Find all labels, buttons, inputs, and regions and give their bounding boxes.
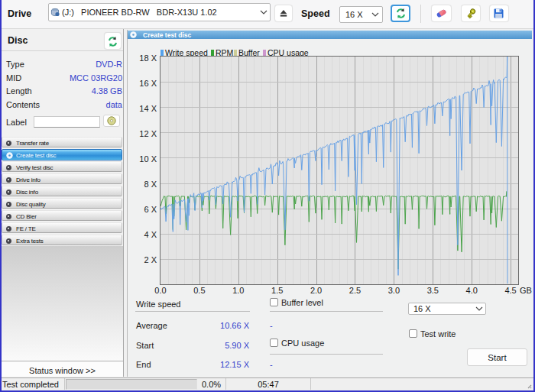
svg-text:2.0: 2.0 (310, 286, 322, 295)
svg-text:4.0: 4.0 (466, 286, 478, 295)
svg-text:1.0: 1.0 (232, 286, 244, 295)
svg-text:2.5: 2.5 (349, 286, 361, 295)
svg-text:0.5: 0.5 (193, 286, 205, 295)
svg-text:1.5: 1.5 (271, 286, 283, 295)
svg-text:16 X: 16 X (139, 79, 157, 88)
svg-text:2 X: 2 X (144, 255, 157, 264)
svg-text:4 X: 4 X (144, 230, 157, 239)
svg-text:3.5: 3.5 (427, 286, 439, 295)
svg-text:14 X: 14 X (139, 104, 157, 113)
svg-text:6 X: 6 X (144, 205, 157, 214)
svg-text:18 X: 18 X (139, 53, 157, 63)
svg-text:10 X: 10 X (139, 154, 157, 164)
svg-text:3.0: 3.0 (388, 286, 400, 295)
svg-text:GB: GB (520, 286, 532, 295)
svg-text:4.5: 4.5 (504, 286, 516, 295)
svg-text:8 X: 8 X (144, 180, 157, 189)
svg-text:12 X: 12 X (139, 129, 157, 138)
svg-text:0.0: 0.0 (154, 286, 166, 295)
